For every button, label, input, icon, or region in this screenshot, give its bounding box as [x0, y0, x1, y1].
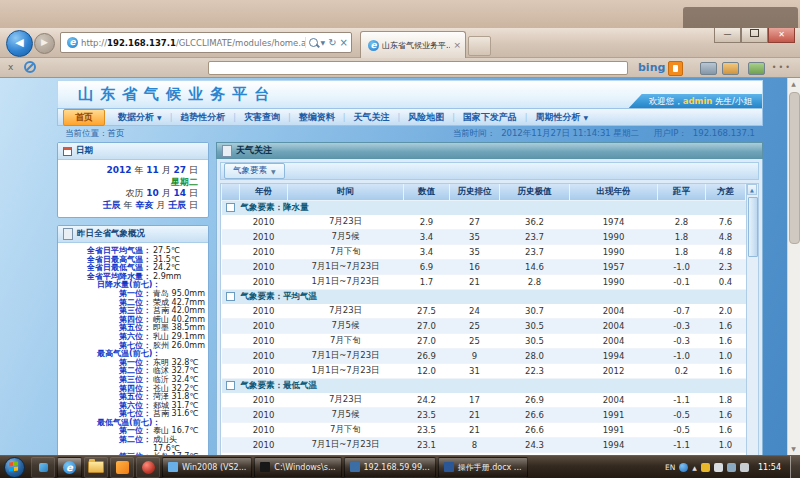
table-cell: 1.7: [404, 275, 450, 290]
more-options-icon[interactable]: •••: [772, 63, 792, 72]
table-cell: 2004: [570, 393, 658, 408]
nav-item-6[interactable]: 天气关注: [345, 111, 397, 124]
table-cell: 3.4: [404, 230, 450, 245]
nav-item-1[interactable]: 首页: [63, 109, 105, 126]
table-row[interactable]: 20101月1日~7月23日1.7212.81990-0.10.4: [222, 275, 746, 290]
tray-app-icon[interactable]: [679, 463, 688, 472]
rank-label: 第二位：: [60, 436, 151, 453]
table-cell: 24: [450, 304, 500, 319]
nav-item-9[interactable]: 周期性分析▼: [528, 111, 597, 124]
blocked-content-icon[interactable]: [24, 61, 36, 73]
media-app-icon[interactable]: [136, 457, 160, 478]
table-row[interactable]: 20107月1日~7月23日6.91614.61957-1.02.3: [222, 260, 746, 275]
element-dropdown-button[interactable]: 气象要素▼: [224, 163, 285, 179]
group-checkbox[interactable]: [226, 381, 235, 390]
nav-item-5[interactable]: 整编资料: [291, 111, 343, 124]
data-table: 年份时间数值历史排位历史极值出现年份距平方差气象要素：降水量20107月23日2…: [221, 184, 746, 455]
taskbar-button[interactable]: 192.168.59.99...: [344, 457, 436, 478]
taskbar-button[interactable]: Win2008 (VS2...: [162, 457, 252, 478]
close-button[interactable]: ✕: [768, 28, 795, 43]
table-cell: 9: [450, 349, 500, 364]
table-cell: 1.6: [706, 334, 746, 349]
group-header-row[interactable]: 气象要素：最低气温: [222, 379, 746, 394]
group-header-row[interactable]: 气象要素：平均气温: [222, 290, 746, 305]
tray-expand-icon[interactable]: ▲: [692, 464, 697, 471]
table-row[interactable]: 20107月23日2.92736.219742.87.6: [222, 215, 746, 230]
tray-volume-icon[interactable]: [740, 463, 749, 472]
back-button[interactable]: ◀: [6, 30, 33, 57]
nav-item-8[interactable]: 国家下发产品: [455, 111, 525, 124]
nav-item-2[interactable]: 数据分析▼: [110, 111, 170, 124]
taskbar-button[interactable]: C:\Windows\s...: [254, 457, 341, 478]
tools-icon[interactable]: [722, 62, 739, 75]
system-tray: EN ▲ 11:54: [665, 456, 800, 479]
taskbar-button[interactable]: 操作手册.docx ...: [438, 457, 528, 478]
table-cell: 2.8: [658, 215, 706, 230]
browser-scrollbar-thumb[interactable]: [789, 92, 800, 244]
date-line: 农历 10 月 14 日: [68, 188, 198, 200]
video-icon[interactable]: [700, 62, 717, 75]
table-row[interactable]: 20107月5候27.02530.52004-0.31.6: [222, 319, 746, 334]
group-checkbox[interactable]: [226, 292, 235, 301]
table-cell: 7月23日: [288, 393, 404, 408]
bing-tile-icon[interactable]: [668, 61, 683, 76]
tray-network-icon[interactable]: [727, 463, 736, 472]
table-cell: 2010: [240, 423, 288, 438]
table-row[interactable]: 20107月5候23.52126.61991-0.51.6: [222, 408, 746, 423]
group-header-row[interactable]: 气象要素：降水量: [222, 201, 746, 216]
table-row[interactable]: 20107月23日27.52430.72004-0.72.0: [222, 304, 746, 319]
table-row[interactable]: 20107月23日24.21726.92004-1.11.8: [222, 393, 746, 408]
url-text[interactable]: http://192.168.137.1/GLCCLIMATE/modules/…: [81, 38, 305, 48]
addon-bar-close-icon[interactable]: x: [8, 62, 13, 72]
toolbar-search-input[interactable]: [208, 61, 628, 75]
table-row[interactable]: 20101月1日~7月23日12.03122.320120.21.6: [222, 364, 746, 379]
tray-alert-icon[interactable]: [701, 463, 710, 472]
search-icon[interactable]: [309, 38, 318, 47]
table-row[interactable]: 20107月5候3.43523.719901.84.8: [222, 230, 746, 245]
table-cell: 2010: [240, 438, 288, 453]
rank-value: 成山头 17.6℃: [151, 436, 206, 453]
table-row[interactable]: 20107月下旬27.02530.52004-0.31.6: [222, 334, 746, 349]
status-right: 当前时间：2012年11月27日 11:14:31 星期二 用户IP：192.1…: [441, 128, 755, 140]
nav-item-3[interactable]: 趋势性分析: [172, 111, 233, 124]
search-dropdown-icon[interactable]: ▼: [321, 39, 326, 46]
show-desktop-button[interactable]: [790, 456, 800, 479]
table-row[interactable]: 20107月1日~7月23日26.9928.01994-1.01.0: [222, 349, 746, 364]
minimize-button[interactable]: —: [714, 28, 741, 43]
start-button[interactable]: [4, 457, 25, 478]
browser-scroll-down-icon[interactable]: ▼: [788, 443, 799, 455]
table-scrollbar[interactable]: ▲: [746, 184, 758, 455]
explorer-icon[interactable]: [84, 457, 108, 478]
orange-app-icon[interactable]: [110, 457, 134, 478]
stop-icon[interactable]: ×: [340, 37, 348, 48]
table-row[interactable]: 20107月1日~7月23日23.1824.31994-1.11.0: [222, 438, 746, 453]
table-cell: 2010: [240, 408, 288, 423]
table-cell: 21: [450, 423, 500, 438]
group-checkbox[interactable]: [226, 203, 235, 212]
nav-item-4[interactable]: 灾害查询: [236, 111, 288, 124]
table-cell: 31: [450, 364, 500, 379]
browser-tab[interactable]: e 山东省气候业务平... ×: [360, 31, 466, 58]
table-row[interactable]: 20107月下旬3.43523.719901.84.8: [222, 245, 746, 260]
taskbar-ie-button[interactable]: e: [57, 457, 82, 478]
refresh-icon[interactable]: ↻: [328, 37, 336, 48]
tray-flag-icon[interactable]: [714, 463, 723, 472]
table-row[interactable]: 20107月下旬23.52126.61991-0.51.6: [222, 423, 746, 438]
breadcrumb: 当前位置：首页: [65, 128, 125, 140]
browser-scrollbar[interactable]: ▲ ▼: [787, 78, 800, 455]
scroll-up-icon[interactable]: ▲: [747, 184, 757, 195]
table-cell: 7月1日~7月23日: [288, 438, 404, 453]
taskbar-clock[interactable]: 11:54: [753, 463, 786, 472]
bing-logo[interactable]: bing: [638, 62, 665, 73]
scrollbar-thumb[interactable]: [748, 197, 758, 257]
new-tab-button[interactable]: [468, 36, 491, 56]
browser-scroll-up-icon[interactable]: ▲: [788, 78, 799, 90]
tab-close-icon[interactable]: ×: [450, 40, 461, 50]
nav-item-7[interactable]: 风险地图: [400, 111, 452, 124]
maximize-button[interactable]: [741, 28, 768, 43]
language-indicator[interactable]: EN: [665, 463, 675, 472]
people-icon[interactable]: [748, 62, 765, 75]
pinned-app-icon[interactable]: [31, 457, 55, 478]
address-bar[interactable]: e http://192.168.137.1/GLCCLIMATE/module…: [60, 32, 352, 53]
forward-button[interactable]: ▶: [34, 33, 55, 54]
